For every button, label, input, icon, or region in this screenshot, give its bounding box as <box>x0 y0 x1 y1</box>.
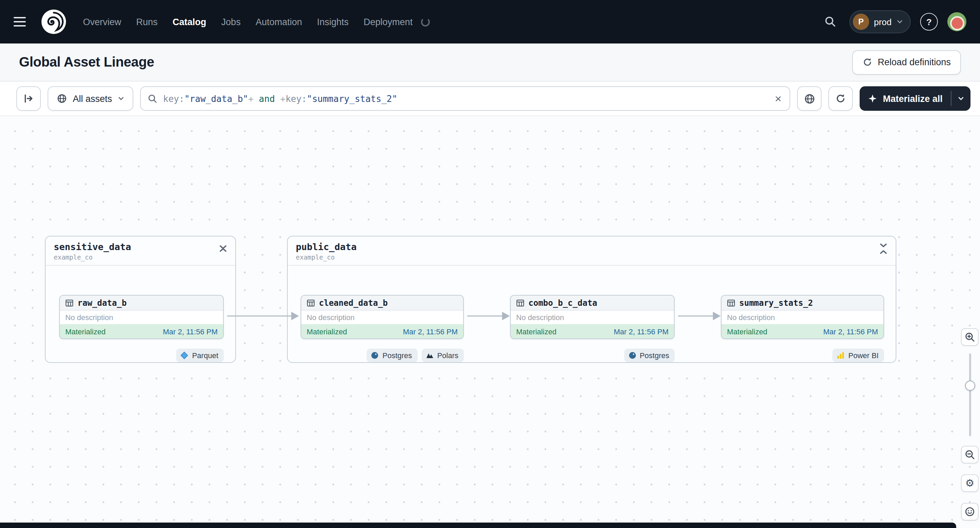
materialize-options-button[interactable] <box>951 86 970 111</box>
asset-tag-row: Power BI <box>721 349 884 362</box>
table-icon <box>727 299 735 307</box>
search-input[interactable]: key:"raw_data_b"+ and +key:"summary_stat… <box>140 86 791 111</box>
asset-status-row: Materialized Mar 2, 11:56 PM <box>60 324 223 338</box>
asset-tag-row: Parquet <box>59 349 224 362</box>
toggle-sidebar-button[interactable] <box>16 86 41 111</box>
asset-materialization-timestamp[interactable]: Mar 2, 11:56 PM <box>614 327 668 335</box>
asset-description: No description <box>301 311 463 324</box>
postgres-icon <box>371 351 379 360</box>
asset-status-row: Materialized Mar 2, 11:56 PM <box>722 324 883 338</box>
asset-node[interactable]: summary_stats_2 No description Materiali… <box>721 295 884 339</box>
tag-postgres[interactable]: Postgres <box>367 349 418 362</box>
asset-name: combo_b_c_data <box>528 298 597 308</box>
user-avatar[interactable] <box>947 12 966 31</box>
reload-definitions-button[interactable]: Reload definitions <box>852 50 961 75</box>
collapse-group-icon[interactable] <box>878 243 889 254</box>
feedback-button[interactable] <box>961 503 978 520</box>
asset-status-row: Materialized Mar 2, 11:56 PM <box>511 324 674 338</box>
graph-filter-globe-button[interactable] <box>797 86 821 111</box>
deployment-label: prod <box>874 17 892 27</box>
search-icon[interactable] <box>821 12 840 31</box>
tag-polars[interactable]: Polars <box>422 349 464 362</box>
lineage-canvas[interactable]: sensitive_data example_co raw_data_b No … <box>0 116 980 528</box>
asset-group: sensitive_data example_co raw_data_b No … <box>45 236 236 363</box>
power-bi-icon <box>837 351 845 360</box>
asset-status: Materialized <box>516 327 557 335</box>
asset-description: No description <box>722 311 883 324</box>
graph-settings-button[interactable]: ⚙ <box>961 474 978 492</box>
nav-item-insights[interactable]: Insights <box>317 17 348 27</box>
help-button[interactable]: ? <box>920 13 938 30</box>
bottom-panel-edge[interactable] <box>0 523 956 528</box>
deployment-switcher[interactable]: P prod <box>850 10 911 33</box>
page-header: Global Asset Lineage Reload definitions <box>0 43 980 82</box>
asset-name: summary_stats_2 <box>739 298 813 308</box>
nav-item-deployment[interactable]: Deployment <box>363 17 412 27</box>
primary-nav: Overview Runs Catalog Jobs Automation In… <box>83 17 412 27</box>
postgres-icon <box>628 351 636 360</box>
search-query-value: key:"raw_data_b"+ and +key:"summary_stat… <box>163 94 768 104</box>
loading-spinner-icon <box>421 17 430 26</box>
refresh-icon <box>835 93 846 104</box>
asset-filter-dropdown[interactable]: All assets <box>48 86 133 111</box>
tag-postgres[interactable]: Postgres <box>624 349 675 362</box>
app-root: Overview Runs Catalog Jobs Automation In… <box>0 0 980 528</box>
zoom-in-icon <box>964 331 975 342</box>
asset-materialization-timestamp[interactable]: Mar 2, 11:56 PM <box>163 327 218 335</box>
reload-definitions-label: Reload definitions <box>878 57 951 67</box>
nav-item-jobs[interactable]: Jobs <box>221 17 241 27</box>
materialize-all-button[interactable]: Materialize all <box>860 86 970 111</box>
asset-materialization-timestamp[interactable]: Mar 2, 11:56 PM <box>403 327 458 335</box>
group-code-location: example_co <box>54 254 227 261</box>
asset-node[interactable]: combo_b_c_data No description Materializ… <box>510 295 675 339</box>
asset-description: No description <box>60 311 223 324</box>
zoom-in-button[interactable] <box>961 328 978 346</box>
lineage-toolbar: All assets key:"raw_data_b"+ and +key:"s… <box>0 82 980 116</box>
tag-parquet[interactable]: Parquet <box>177 349 224 362</box>
group-name: public_data <box>296 241 888 252</box>
globe-icon <box>803 93 815 104</box>
materialize-all-label: Materialize all <box>883 94 943 104</box>
nav-item-automation[interactable]: Automation <box>256 17 302 27</box>
group-header[interactable]: public_data example_co <box>288 236 896 266</box>
asset-node[interactable]: cleaned_data_b No description Materializ… <box>301 295 464 339</box>
asset-status: Materialized <box>65 327 106 335</box>
asset-name: raw_data_b <box>78 298 127 308</box>
gear-icon: ⚙ <box>966 477 975 489</box>
chevron-down-icon <box>958 95 964 102</box>
table-icon <box>65 299 73 307</box>
panel-expand-icon <box>23 93 34 104</box>
tag-power-bi[interactable]: Power BI <box>833 349 884 362</box>
nav-item-overview[interactable]: Overview <box>83 17 121 27</box>
hamburger-menu-icon[interactable] <box>14 14 30 30</box>
group-header[interactable]: sensitive_data example_co <box>46 236 235 266</box>
nav-item-catalog[interactable]: Catalog <box>173 17 207 27</box>
refresh-button[interactable] <box>828 86 853 111</box>
asset-status: Materialized <box>727 327 767 335</box>
asset-filter-label: All assets <box>73 94 112 104</box>
table-icon <box>307 299 315 307</box>
chevron-down-icon <box>118 95 124 102</box>
asset-node[interactable]: raw_data_b No description Materialized M… <box>59 295 224 339</box>
navbar-right: P prod ? <box>821 10 966 33</box>
top-navbar: Overview Runs Catalog Jobs Automation In… <box>0 0 980 43</box>
zoom-slider-track[interactable] <box>969 354 971 436</box>
asset-status: Materialized <box>307 327 347 335</box>
nav-item-runs[interactable]: Runs <box>136 17 158 27</box>
deployment-avatar: P <box>853 14 869 30</box>
zoom-slider-handle[interactable] <box>965 381 975 391</box>
collapse-group-icon[interactable] <box>218 243 229 254</box>
search-icon <box>148 94 158 104</box>
zoom-out-button[interactable] <box>961 446 978 463</box>
asset-materialization-timestamp[interactable]: Mar 2, 11:56 PM <box>823 327 878 335</box>
sparkle-icon <box>868 94 877 103</box>
group-name: sensitive_data <box>54 241 227 252</box>
dagster-logo-icon[interactable] <box>41 9 67 35</box>
parquet-icon <box>181 351 189 360</box>
polars-icon <box>426 351 434 360</box>
page-title: Global Asset Lineage <box>19 54 154 70</box>
chevron-down-icon <box>896 18 903 25</box>
clear-search-icon[interactable]: × <box>773 93 783 104</box>
asset-tag-row: Postgres Polars <box>301 349 464 362</box>
asset-name: cleaned_data_b <box>319 298 388 308</box>
